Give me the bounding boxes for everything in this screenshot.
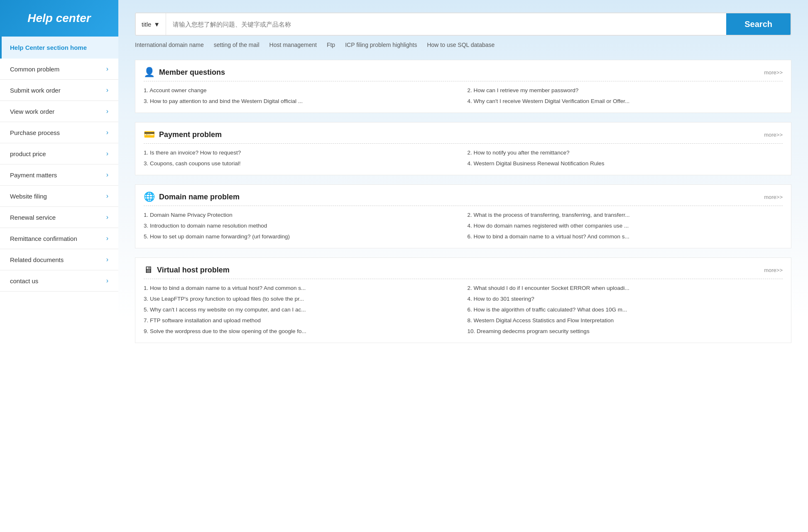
chevron-right-icon: › [106, 192, 108, 200]
main-content: title ▼ Search International domain name… [118, 0, 808, 532]
section-icon-domain-name-problem: 🌐 [144, 191, 155, 202]
link-item[interactable]: 9. Solve the wordpress due to the slow o… [144, 327, 459, 335]
sidebar-item-payment-matters[interactable]: Payment matters› [0, 164, 118, 186]
section-header-payment-problem: 💳Payment problemmore>> [144, 123, 783, 144]
link-item[interactable]: 1. Domain Name Privacy Protection [144, 211, 459, 219]
section-header-member-questions: 👤Member questionsmore>> [144, 60, 783, 81]
sidebar-item-label: Common problem [10, 66, 59, 73]
section-more-domain-name-problem[interactable]: more>> [764, 194, 783, 200]
sections-container: 👤Member questionsmore>>1. Account owner … [135, 60, 791, 343]
links-grid-virtual-host-problem: 1. How to bind a domain name to a virtua… [144, 284, 783, 335]
sidebar-item-purchase-process[interactable]: Purchase process› [0, 122, 118, 143]
chevron-right-icon: › [106, 171, 108, 179]
sidebar-item-website-filing[interactable]: Website filing› [0, 186, 118, 207]
link-item[interactable]: 3. Use LeapFTP's proxy function to uploa… [144, 295, 459, 303]
section-member-questions: 👤Member questionsmore>>1. Account owner … [135, 60, 791, 113]
quick-link[interactable]: Host management [269, 42, 317, 48]
chevron-right-icon: › [106, 129, 108, 136]
links-grid-payment-problem: 1. Is there an invoice? How to request?2… [144, 149, 783, 167]
sidebar-item-label: Related documents [10, 256, 64, 263]
section-title-member-questions: Member questions [159, 68, 225, 77]
chevron-right-icon: › [106, 256, 108, 263]
link-item[interactable]: 2. How to notify you after the remittanc… [468, 149, 783, 157]
link-item[interactable]: 1. How to bind a domain name to a virtua… [144, 284, 459, 292]
link-item[interactable]: 3. How to pay attention to and bind the … [144, 97, 459, 105]
section-more-payment-problem[interactable]: more>> [764, 132, 783, 138]
link-item[interactable]: 2. What is the process of transferring, … [468, 211, 783, 219]
sidebar-item-view-work-order[interactable]: View work order› [0, 101, 118, 122]
sidebar-item-related-documents[interactable]: Related documents› [0, 249, 118, 270]
link-item[interactable]: 1. Is there an invoice? How to request? [144, 149, 459, 157]
link-item[interactable]: 7. FTP software installation and upload … [144, 316, 459, 324]
sidebar-item-label: View work order [10, 108, 54, 115]
sidebar-item-label: Submit work order [10, 87, 61, 94]
search-type-select[interactable]: title ▼ [136, 13, 166, 35]
section-header-domain-name-problem: 🌐Domain name problemmore>> [144, 185, 783, 206]
link-item[interactable]: 5. Why can't I access my website on my c… [144, 306, 459, 314]
sidebar-item-contact-us[interactable]: contact us› [0, 270, 118, 292]
chevron-right-icon: › [106, 108, 108, 115]
search-type-label: title [142, 21, 151, 28]
link-item[interactable]: 2. How can I retrieve my member password… [468, 86, 783, 94]
link-item[interactable]: 3. Introduction to domain name resolutio… [144, 222, 459, 230]
sidebar-item-renewal-service[interactable]: Renewal service› [0, 207, 118, 228]
chevron-right-icon: › [106, 86, 108, 94]
link-item[interactable]: 6. How to bind a domain name to a virtua… [468, 233, 783, 240]
sidebar-item-common-problem[interactable]: Common problem› [0, 59, 118, 80]
chevron-right-icon: › [106, 65, 108, 73]
sidebar-item-label: Purchase process [10, 129, 60, 136]
section-payment-problem: 💳Payment problemmore>>1. Is there an inv… [135, 122, 791, 175]
quick-link[interactable]: International domain name [135, 42, 204, 48]
chevron-right-icon: › [106, 213, 108, 221]
search-bar: title ▼ Search [135, 12, 791, 36]
links-grid-domain-name-problem: 1. Domain Name Privacy Protection2. What… [144, 211, 783, 240]
link-item[interactable]: 4. How do domain names registered with o… [468, 222, 783, 230]
sidebar-header: Help center [0, 0, 118, 37]
section-virtual-host-problem: 🖥Virtual host problemmore>>1. How to bin… [135, 257, 791, 343]
link-item[interactable]: 4. How to do 301 steering? [468, 295, 783, 303]
sidebar-title: Help center [8, 12, 110, 25]
link-item[interactable]: 3. Coupons, cash coupons use tutorial! [144, 159, 459, 167]
quick-link[interactable]: setting of the mail [214, 42, 260, 48]
sidebar-item-label: contact us [10, 277, 38, 284]
sidebar-item-label: Payment matters [10, 172, 57, 179]
sidebar-item-label: Renewal service [10, 214, 56, 221]
sidebar-item-label: Website filing [10, 193, 47, 200]
sidebar-active-item[interactable]: Help Center section home [0, 37, 118, 59]
section-icon-member-questions: 👤 [144, 67, 155, 78]
search-input[interactable] [166, 13, 726, 35]
link-item[interactable]: 8. Western Digital Access Statistics and… [468, 316, 783, 324]
sidebar-item-product-price[interactable]: product price› [0, 143, 118, 164]
link-item[interactable]: 4. Why can't I receive Western Digital V… [468, 97, 783, 105]
link-item[interactable]: 1. Account owner change [144, 86, 459, 94]
quick-links: International domain namesetting of the … [135, 42, 791, 48]
section-domain-name-problem: 🌐Domain name problemmore>>1. Domain Name… [135, 184, 791, 248]
sidebar-item-label: product price [10, 150, 46, 157]
section-more-virtual-host-problem[interactable]: more>> [764, 267, 783, 273]
links-grid-member-questions: 1. Account owner change2. How can I retr… [144, 86, 783, 105]
quick-link[interactable]: Ftp [327, 42, 335, 48]
section-icon-payment-problem: 💳 [144, 129, 155, 140]
section-more-member-questions[interactable]: more>> [764, 69, 783, 76]
section-title-domain-name-problem: Domain name problem [159, 193, 240, 201]
chevron-right-icon: › [106, 277, 108, 284]
sidebar-item-label: Remittance confirmation [10, 235, 77, 242]
quick-link[interactable]: ICP filing problem highlights [345, 42, 417, 48]
chevron-right-icon: › [106, 150, 108, 157]
link-item[interactable]: 6. How is the algorithm of traffic calcu… [468, 306, 783, 314]
sidebar-item-submit-work-order[interactable]: Submit work order› [0, 80, 118, 101]
sidebar: Help center Help Center section home Com… [0, 0, 118, 532]
link-item[interactable]: 5. How to set up domain name forwarding?… [144, 233, 459, 240]
quick-link[interactable]: How to use SQL database [427, 42, 495, 48]
chevron-right-icon: › [106, 235, 108, 242]
search-button[interactable]: Search [726, 13, 791, 35]
section-header-virtual-host-problem: 🖥Virtual host problemmore>> [144, 258, 783, 279]
sidebar-item-remittance-confirmation[interactable]: Remittance confirmation› [0, 228, 118, 249]
section-title-virtual-host-problem: Virtual host problem [157, 266, 230, 275]
link-item[interactable]: 2. What should I do if I encounter Socke… [468, 284, 783, 292]
chevron-down-icon: ▼ [154, 21, 160, 28]
link-item[interactable]: 4. Western Digital Business Renewal Noti… [468, 159, 783, 167]
link-item[interactable]: 10. Dreaming dedecms program security se… [468, 327, 783, 335]
sidebar-nav: Common problem›Submit work order›View wo… [0, 59, 118, 292]
section-icon-virtual-host-problem: 🖥 [144, 265, 153, 275]
